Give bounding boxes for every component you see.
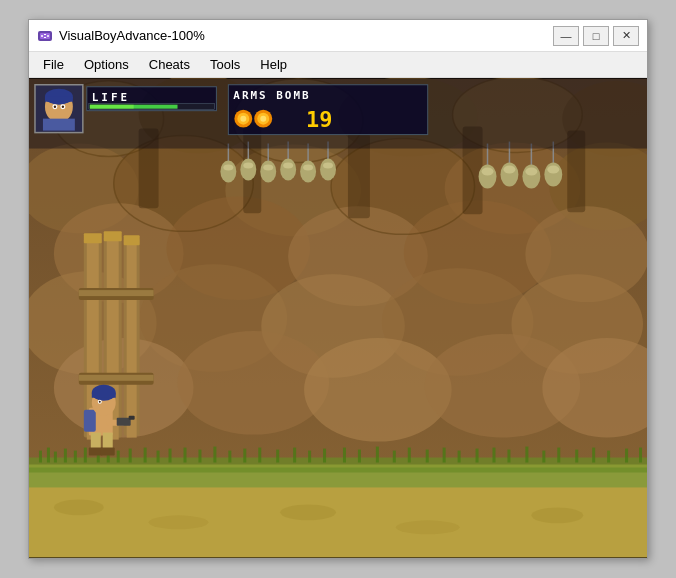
svg-rect-125 bbox=[525, 447, 528, 463]
svg-rect-118 bbox=[408, 448, 411, 463]
svg-rect-99 bbox=[117, 451, 120, 463]
svg-rect-109 bbox=[258, 448, 261, 463]
svg-point-64 bbox=[260, 161, 276, 183]
svg-rect-93 bbox=[54, 452, 57, 463]
svg-text:ARMS  BOMB: ARMS BOMB bbox=[233, 89, 310, 102]
svg-point-135 bbox=[149, 515, 209, 529]
svg-rect-92 bbox=[47, 448, 50, 463]
svg-rect-106 bbox=[213, 447, 216, 463]
menu-bar: File Options Cheats Tools Help bbox=[29, 52, 647, 78]
minimize-button[interactable]: — bbox=[553, 26, 579, 46]
svg-point-71 bbox=[303, 164, 313, 170]
svg-rect-54 bbox=[84, 233, 102, 243]
svg-rect-129 bbox=[592, 448, 595, 463]
title-bar-left: VisualBoyAdvance-100% bbox=[37, 28, 205, 44]
svg-point-68 bbox=[283, 163, 293, 169]
menu-help[interactable]: Help bbox=[250, 54, 297, 75]
svg-rect-95 bbox=[74, 451, 77, 463]
svg-rect-162 bbox=[43, 119, 75, 131]
svg-rect-105 bbox=[198, 450, 201, 463]
svg-rect-127 bbox=[557, 448, 560, 463]
svg-rect-113 bbox=[323, 449, 326, 463]
svg-point-77 bbox=[482, 167, 494, 175]
svg-rect-152 bbox=[129, 416, 135, 420]
svg-rect-120 bbox=[443, 448, 446, 463]
game-screen: LIFE ARMS BOMB 19 bbox=[29, 78, 647, 558]
svg-point-159 bbox=[54, 105, 56, 107]
svg-rect-110 bbox=[276, 450, 279, 463]
svg-rect-102 bbox=[157, 451, 160, 463]
svg-rect-49 bbox=[127, 236, 137, 437]
svg-point-61 bbox=[240, 159, 256, 181]
svg-point-67 bbox=[280, 159, 296, 181]
svg-rect-91 bbox=[39, 451, 42, 463]
svg-rect-157 bbox=[45, 97, 73, 102]
menu-cheats[interactable]: Cheats bbox=[139, 54, 200, 75]
svg-point-138 bbox=[531, 507, 583, 523]
svg-rect-96 bbox=[84, 448, 87, 463]
svg-point-136 bbox=[280, 504, 336, 520]
svg-rect-5 bbox=[44, 37, 46, 38]
close-button[interactable]: ✕ bbox=[613, 26, 639, 46]
svg-point-73 bbox=[320, 159, 336, 181]
svg-point-173 bbox=[240, 116, 246, 122]
svg-rect-126 bbox=[542, 451, 545, 463]
svg-rect-144 bbox=[101, 448, 115, 456]
svg-rect-55 bbox=[104, 231, 122, 241]
svg-point-74 bbox=[323, 163, 333, 169]
maximize-button[interactable]: □ bbox=[583, 26, 609, 46]
svg-point-161 bbox=[62, 105, 64, 107]
game-canvas: LIFE ARMS BOMB 19 bbox=[29, 78, 647, 558]
svg-rect-104 bbox=[184, 448, 187, 463]
svg-rect-130 bbox=[607, 451, 610, 463]
svg-point-70 bbox=[300, 161, 316, 183]
svg-rect-101 bbox=[144, 448, 147, 463]
menu-options[interactable]: Options bbox=[74, 54, 139, 75]
svg-rect-112 bbox=[308, 451, 311, 463]
svg-text:LIFE: LIFE bbox=[92, 91, 130, 104]
svg-point-83 bbox=[525, 167, 537, 175]
svg-rect-116 bbox=[376, 447, 379, 463]
svg-point-58 bbox=[220, 161, 236, 183]
menu-file[interactable]: File bbox=[33, 54, 74, 75]
svg-rect-90 bbox=[29, 458, 647, 473]
svg-point-137 bbox=[396, 520, 460, 534]
main-window: VisualBoyAdvance-100% — □ ✕ File Options… bbox=[28, 19, 648, 559]
svg-point-149 bbox=[99, 401, 101, 403]
svg-rect-56 bbox=[124, 235, 140, 245]
svg-rect-4 bbox=[44, 34, 46, 35]
svg-point-80 bbox=[503, 165, 515, 173]
svg-rect-128 bbox=[575, 450, 578, 463]
svg-rect-143 bbox=[89, 448, 103, 456]
svg-rect-167 bbox=[90, 105, 134, 109]
svg-rect-122 bbox=[476, 449, 479, 463]
svg-rect-124 bbox=[507, 450, 510, 463]
svg-point-65 bbox=[263, 164, 273, 170]
title-bar: VisualBoyAdvance-100% — □ ✕ bbox=[29, 20, 647, 52]
svg-point-3 bbox=[47, 35, 49, 37]
svg-rect-131 bbox=[625, 449, 628, 463]
svg-rect-94 bbox=[64, 449, 67, 463]
svg-point-176 bbox=[260, 116, 266, 122]
svg-point-156 bbox=[45, 89, 73, 105]
svg-rect-123 bbox=[493, 448, 496, 463]
svg-rect-147 bbox=[92, 393, 116, 398]
svg-rect-114 bbox=[343, 448, 346, 463]
title-controls: — □ ✕ bbox=[553, 26, 639, 46]
svg-rect-108 bbox=[243, 449, 246, 463]
menu-tools[interactable]: Tools bbox=[200, 54, 250, 75]
svg-rect-140 bbox=[84, 410, 96, 432]
app-icon bbox=[37, 28, 53, 44]
svg-rect-51 bbox=[79, 290, 154, 296]
svg-rect-53 bbox=[79, 375, 154, 381]
svg-point-62 bbox=[243, 163, 253, 169]
svg-rect-119 bbox=[426, 450, 429, 463]
svg-rect-111 bbox=[293, 448, 296, 463]
svg-rect-117 bbox=[393, 451, 396, 463]
svg-point-59 bbox=[223, 164, 233, 170]
svg-rect-132 bbox=[639, 448, 642, 463]
svg-rect-121 bbox=[458, 451, 461, 463]
svg-text:19: 19 bbox=[306, 107, 332, 132]
svg-rect-151 bbox=[117, 418, 131, 426]
svg-rect-100 bbox=[129, 449, 132, 463]
